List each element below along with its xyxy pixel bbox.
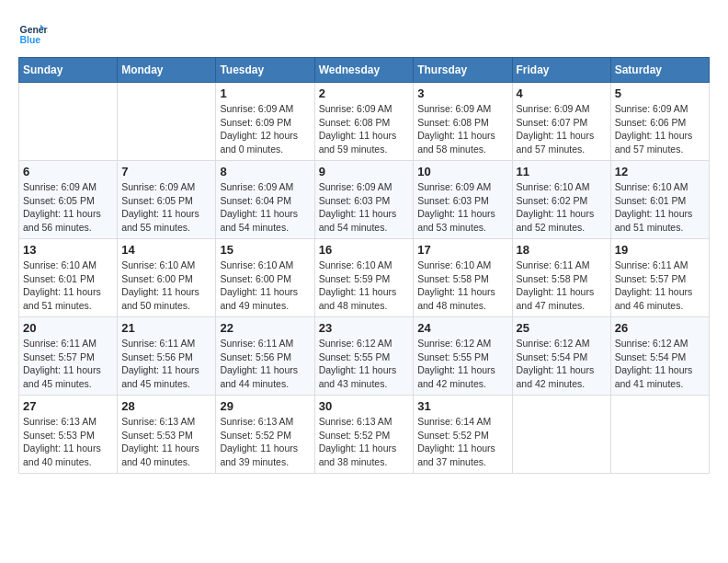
day-number: 29 <box>220 399 310 413</box>
day-detail: Sunrise: 6:09 AM Sunset: 6:05 PM Dayligh… <box>23 180 113 235</box>
calendar-cell: 14Sunrise: 6:10 AM Sunset: 6:00 PM Dayli… <box>118 239 216 317</box>
calendar-cell: 19Sunrise: 6:11 AM Sunset: 5:57 PM Dayli… <box>610 239 709 317</box>
week-row-3: 20Sunrise: 6:11 AM Sunset: 5:57 PM Dayli… <box>19 317 710 396</box>
calendar-cell: 2Sunrise: 6:09 AM Sunset: 6:08 PM Daylig… <box>314 83 414 161</box>
day-detail: Sunrise: 6:12 AM Sunset: 5:54 PM Dayligh… <box>615 337 705 391</box>
calendar-cell <box>118 83 216 161</box>
day-number: 6 <box>23 165 113 178</box>
day-number: 9 <box>319 165 410 178</box>
calendar-cell: 4Sunrise: 6:09 AM Sunset: 6:07 PM Daylig… <box>512 83 610 161</box>
day-detail: Sunrise: 6:11 AM Sunset: 5:56 PM Dayligh… <box>220 337 310 391</box>
day-detail: Sunrise: 6:10 AM Sunset: 5:58 PM Dayligh… <box>417 259 507 313</box>
calendar-cell: 15Sunrise: 6:10 AM Sunset: 6:00 PM Dayli… <box>216 239 314 317</box>
header-sunday: Sunday <box>19 58 118 83</box>
day-detail: Sunrise: 6:12 AM Sunset: 5:55 PM Dayligh… <box>319 337 410 391</box>
header-saturday: Saturday <box>610 58 709 83</box>
day-detail: Sunrise: 6:13 AM Sunset: 5:53 PM Dayligh… <box>121 415 211 469</box>
day-number: 19 <box>615 243 705 257</box>
day-number: 28 <box>121 399 211 413</box>
calendar-cell <box>512 396 610 474</box>
header-friday: Friday <box>512 58 610 83</box>
calendar-cell: 1Sunrise: 6:09 AM Sunset: 6:09 PM Daylig… <box>216 83 314 161</box>
day-detail: Sunrise: 6:11 AM Sunset: 5:56 PM Dayligh… <box>121 337 211 391</box>
logo: General Blue <box>18 18 48 48</box>
day-detail: Sunrise: 6:10 AM Sunset: 6:00 PM Dayligh… <box>220 259 310 313</box>
day-detail: Sunrise: 6:09 AM Sunset: 6:06 PM Dayligh… <box>615 102 705 156</box>
day-detail: Sunrise: 6:09 AM Sunset: 6:07 PM Dayligh… <box>517 102 607 156</box>
calendar-cell: 27Sunrise: 6:13 AM Sunset: 5:53 PM Dayli… <box>19 396 118 474</box>
day-number: 11 <box>517 165 607 178</box>
day-number: 18 <box>517 243 607 257</box>
day-detail: Sunrise: 6:09 AM Sunset: 6:03 PM Dayligh… <box>417 180 507 235</box>
day-number: 21 <box>121 321 211 335</box>
calendar-cell: 17Sunrise: 6:10 AM Sunset: 5:58 PM Dayli… <box>414 239 512 317</box>
day-detail: Sunrise: 6:12 AM Sunset: 5:55 PM Dayligh… <box>417 337 507 391</box>
calendar-cell: 21Sunrise: 6:11 AM Sunset: 5:56 PM Dayli… <box>118 317 216 396</box>
day-number: 27 <box>23 399 113 413</box>
day-number: 23 <box>319 321 410 335</box>
day-detail: Sunrise: 6:10 AM Sunset: 6:01 PM Dayligh… <box>615 180 705 235</box>
header-thursday: Thursday <box>414 58 512 83</box>
day-number: 16 <box>319 243 410 257</box>
header-monday: Monday <box>118 58 216 83</box>
header-row: SundayMondayTuesdayWednesdayThursdayFrid… <box>19 58 710 83</box>
svg-text:General: General <box>20 25 48 35</box>
day-number: 4 <box>517 86 607 100</box>
day-number: 15 <box>220 243 310 257</box>
week-row-2: 13Sunrise: 6:10 AM Sunset: 6:01 PM Dayli… <box>19 239 710 317</box>
day-number: 31 <box>417 399 507 413</box>
day-detail: Sunrise: 6:09 AM Sunset: 6:03 PM Dayligh… <box>319 180 410 235</box>
day-detail: Sunrise: 6:09 AM Sunset: 6:09 PM Dayligh… <box>220 102 310 156</box>
day-detail: Sunrise: 6:09 AM Sunset: 6:04 PM Dayligh… <box>220 180 310 235</box>
day-detail: Sunrise: 6:12 AM Sunset: 5:54 PM Dayligh… <box>517 337 607 391</box>
day-detail: Sunrise: 6:09 AM Sunset: 6:08 PM Dayligh… <box>319 102 410 156</box>
day-detail: Sunrise: 6:11 AM Sunset: 5:57 PM Dayligh… <box>615 259 705 313</box>
day-number: 22 <box>220 321 310 335</box>
calendar-cell: 9Sunrise: 6:09 AM Sunset: 6:03 PM Daylig… <box>314 161 414 239</box>
calendar-cell: 10Sunrise: 6:09 AM Sunset: 6:03 PM Dayli… <box>414 161 512 239</box>
day-number: 25 <box>517 321 607 335</box>
calendar-body: 1Sunrise: 6:09 AM Sunset: 6:09 PM Daylig… <box>19 83 710 474</box>
day-number: 20 <box>23 321 113 335</box>
day-detail: Sunrise: 6:11 AM Sunset: 5:58 PM Dayligh… <box>517 259 607 313</box>
week-row-4: 27Sunrise: 6:13 AM Sunset: 5:53 PM Dayli… <box>19 396 710 474</box>
calendar-cell: 12Sunrise: 6:10 AM Sunset: 6:01 PM Dayli… <box>610 161 709 239</box>
calendar-cell: 3Sunrise: 6:09 AM Sunset: 6:08 PM Daylig… <box>414 83 512 161</box>
calendar-cell: 8Sunrise: 6:09 AM Sunset: 6:04 PM Daylig… <box>216 161 314 239</box>
week-row-0: 1Sunrise: 6:09 AM Sunset: 6:09 PM Daylig… <box>19 83 710 161</box>
day-number: 1 <box>220 86 310 100</box>
calendar-cell <box>610 396 709 474</box>
calendar-cell: 5Sunrise: 6:09 AM Sunset: 6:06 PM Daylig… <box>610 83 709 161</box>
day-number: 3 <box>417 86 507 100</box>
calendar-cell: 22Sunrise: 6:11 AM Sunset: 5:56 PM Dayli… <box>216 317 314 396</box>
day-detail: Sunrise: 6:10 AM Sunset: 5:59 PM Dayligh… <box>319 259 410 313</box>
day-detail: Sunrise: 6:13 AM Sunset: 5:52 PM Dayligh… <box>220 415 310 469</box>
day-detail: Sunrise: 6:09 AM Sunset: 6:05 PM Dayligh… <box>121 180 211 235</box>
calendar-cell: 16Sunrise: 6:10 AM Sunset: 5:59 PM Dayli… <box>314 239 414 317</box>
day-detail: Sunrise: 6:10 AM Sunset: 6:02 PM Dayligh… <box>517 180 607 235</box>
calendar-cell <box>19 83 118 161</box>
day-detail: Sunrise: 6:13 AM Sunset: 5:53 PM Dayligh… <box>23 415 113 469</box>
calendar-cell: 23Sunrise: 6:12 AM Sunset: 5:55 PM Dayli… <box>314 317 414 396</box>
day-detail: Sunrise: 6:14 AM Sunset: 5:52 PM Dayligh… <box>417 415 507 469</box>
calendar-cell: 11Sunrise: 6:10 AM Sunset: 6:02 PM Dayli… <box>512 161 610 239</box>
calendar-cell: 26Sunrise: 6:12 AM Sunset: 5:54 PM Dayli… <box>610 317 709 396</box>
calendar-cell: 28Sunrise: 6:13 AM Sunset: 5:53 PM Dayli… <box>118 396 216 474</box>
page-header: General Blue <box>18 18 710 48</box>
day-number: 14 <box>121 243 211 257</box>
calendar-cell: 24Sunrise: 6:12 AM Sunset: 5:55 PM Dayli… <box>414 317 512 396</box>
calendar-cell: 18Sunrise: 6:11 AM Sunset: 5:58 PM Dayli… <box>512 239 610 317</box>
calendar-cell: 29Sunrise: 6:13 AM Sunset: 5:52 PM Dayli… <box>216 396 314 474</box>
day-number: 24 <box>417 321 507 335</box>
svg-text:Blue: Blue <box>20 35 41 45</box>
calendar-table: SundayMondayTuesdayWednesdayThursdayFrid… <box>18 57 710 474</box>
day-detail: Sunrise: 6:10 AM Sunset: 6:01 PM Dayligh… <box>23 259 113 313</box>
day-number: 30 <box>319 399 410 413</box>
calendar-cell: 7Sunrise: 6:09 AM Sunset: 6:05 PM Daylig… <box>118 161 216 239</box>
calendar-header: SundayMondayTuesdayWednesdayThursdayFrid… <box>19 58 710 83</box>
week-row-1: 6Sunrise: 6:09 AM Sunset: 6:05 PM Daylig… <box>19 161 710 239</box>
day-number: 8 <box>220 165 310 178</box>
header-wednesday: Wednesday <box>314 58 414 83</box>
day-detail: Sunrise: 6:09 AM Sunset: 6:08 PM Dayligh… <box>417 102 507 156</box>
day-number: 17 <box>417 243 507 257</box>
